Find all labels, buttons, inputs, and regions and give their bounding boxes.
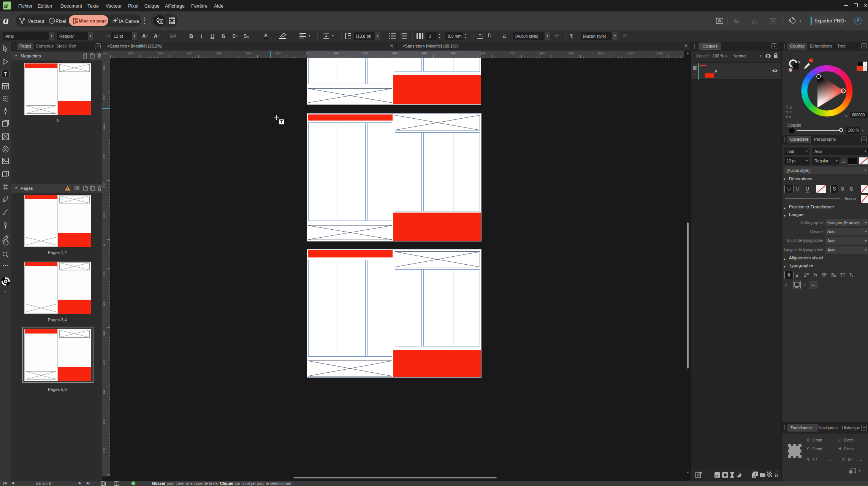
svg-text:3: 3: [400, 37, 401, 39]
svg-text:fx: fx: [715, 474, 718, 477]
